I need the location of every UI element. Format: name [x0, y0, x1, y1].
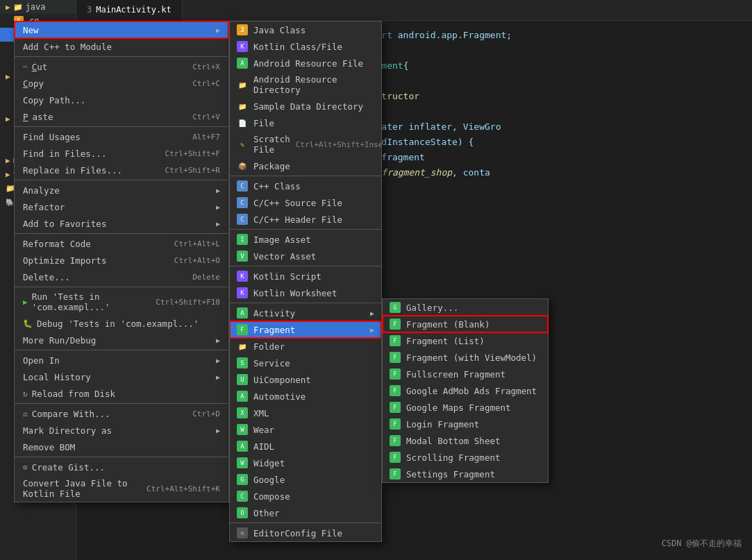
menu-item-open-in[interactable]: Open In ▶: [15, 352, 228, 368]
xml-icon: X: [237, 407, 248, 418]
context-menu-1: New ▶ Add C++ to Module ✂ Cut Ctrl+X Cop…: [14, 21, 229, 502]
gallery-label: Gallery...: [406, 303, 458, 313]
menu-item-find-usages[interactable]: Find Usages Alt+F7: [15, 128, 228, 145]
menu-item-copy-path[interactable]: Copy Path...: [15, 92, 228, 108]
menu-item-fragment-viewmodel[interactable]: F Fragment (with ViewModel): [383, 349, 548, 366]
menu-item-optimize[interactable]: Optimize Imports Ctrl+Alt+O: [15, 252, 228, 269]
menu-item-delete[interactable]: Delete... Delete: [15, 269, 228, 285]
menu-item-paste-label: Paste: [23, 112, 53, 122]
menu-item-vector-asset[interactable]: V Vector Asset: [230, 248, 381, 264]
menu-item-reformat[interactable]: Reformat Code Ctrl+Alt+L: [15, 235, 228, 252]
menu-item-kotlin-worksheet[interactable]: K Kotlin Worksheet: [230, 285, 381, 301]
menu-item-local-history-label: Local History: [23, 372, 91, 382]
menu-item-modal-bottom-sheet[interactable]: F Modal Bottom Sheet: [383, 432, 548, 449]
menu-item-run-tests[interactable]: ▶ Run 'Tests in 'com.exampl...' Ctrl+Shi…: [15, 289, 228, 315]
menu-item-file[interactable]: 📄 File: [230, 114, 381, 131]
wear-label: Wear: [253, 425, 274, 435]
menu-item-image-asset[interactable]: I Image Asset: [230, 231, 381, 248]
fullscreen-fragment-label: Fullscreen Fragment: [406, 369, 505, 380]
activity-label: Activity: [253, 308, 295, 319]
folder-icon2: ▶: [6, 72, 10, 81]
fragment-blank-icon: F: [390, 319, 401, 330]
menu-item-activity[interactable]: A Activity ▶: [230, 305, 381, 321]
menu-item-xml[interactable]: X XML: [230, 405, 381, 421]
folder-icon-va: ▶: [6, 170, 10, 179]
menu-item-add-cpp[interactable]: Add C++ to Module: [15, 38, 228, 55]
menu-item-compare[interactable]: ⚖ Compare With... Ctrl+D: [15, 405, 228, 422]
menu-item-kotlin-script[interactable]: K Kotlin Script: [230, 268, 381, 285]
widget-label: Widget: [253, 458, 285, 468]
menu-item-java-class[interactable]: J Java Class: [230, 22, 381, 38]
settings-fragment-icon: F: [390, 468, 401, 480]
menu-item-wear[interactable]: W Wear: [230, 421, 381, 438]
menu-item-reload[interactable]: ↻ Reload from Disk: [15, 385, 228, 402]
menu-item-convert[interactable]: Convert Java File to Kotlin File Ctrl+Al…: [15, 475, 228, 502]
menu-item-cpp-source[interactable]: C C/C++ Source File: [230, 194, 381, 211]
menu-item-scratch-file[interactable]: ✎ Scratch File Ctrl+Alt+Shift+Insert: [230, 131, 381, 158]
menu-item-fullscreen-fragment[interactable]: F Fullscreen Fragment: [383, 366, 548, 382]
menu-item-compose[interactable]: C Compose: [230, 488, 381, 504]
menu-item-refactor[interactable]: Refactor ▶: [15, 198, 228, 215]
menu-item-find-in-files[interactable]: Find in Files... Ctrl+Shift+F: [15, 145, 228, 162]
menu-item-copy[interactable]: Copy Ctrl+C: [15, 75, 228, 92]
menu-item-add-to-favorites[interactable]: Add to Favorites ▶: [15, 215, 228, 232]
sidebar-item-java[interactable]: ▶ 📁 java: [0, 0, 76, 14]
menu-item-paste[interactable]: Paste Ctrl+V: [15, 108, 228, 125]
menu-item-replace-in-files[interactable]: Replace in Files... Ctrl+Shift+R: [15, 162, 228, 178]
aidl-icon: A: [237, 441, 248, 452]
run-icon: ▶: [23, 298, 28, 307]
code-line-8: 8 savedInstanceState) {: [332, 135, 742, 150]
menu-item-local-history[interactable]: Local History ▶: [15, 368, 228, 385]
analyze-arrow-icon: ▶: [216, 187, 220, 194]
menu-item-create-gist[interactable]: ⊙ Create Gist...: [15, 459, 228, 475]
menu-item-widget[interactable]: W Widget: [230, 455, 381, 471]
menu-item-android-resource-dir[interactable]: 📁 Android Resource Directory: [230, 71, 381, 98]
menu-item-service[interactable]: S Service: [230, 355, 381, 371]
menu-item-login-fragment[interactable]: F Login Fragment: [383, 416, 548, 432]
convert-shortcut: Ctrl+Alt+Shift+K: [147, 484, 220, 493]
menu-item-android-resource-file[interactable]: A Android Resource File: [230, 55, 381, 71]
menu-item-package[interactable]: 📦 Package: [230, 158, 381, 174]
sidebar-item-java-label: java: [26, 2, 46, 12]
menu-item-debug-tests[interactable]: 🐛 Debug 'Tests in 'com.exampl...': [15, 315, 228, 332]
menu-item-mark-dir[interactable]: Mark Directory as ▶: [15, 422, 228, 439]
menu-item-automotive[interactable]: A Automotive: [230, 388, 381, 405]
menu-item-cpp-class[interactable]: C C++ Class: [230, 178, 381, 194]
menu-item-fragment[interactable]: F Fragment ▶: [230, 321, 381, 338]
menu-item-google[interactable]: G Google: [230, 471, 381, 488]
menu-item-optimize-label: Optimize Imports: [23, 255, 106, 266]
gradle-icon: 🐘: [6, 198, 14, 206]
menu-item-reload-label: ↻ Reload from Disk: [23, 389, 115, 399]
menu-item-fragment-list[interactable]: F Fragment (List): [383, 332, 548, 349]
modal-bottom-sheet-icon: F: [390, 435, 401, 446]
menu-item-replace-in-files-label: Replace in Files...: [23, 165, 122, 176]
menu-item-fragment-blank[interactable]: F Fragment (Blank): [383, 316, 548, 332]
menu-item-reformat-label: Reformat Code: [23, 239, 91, 249]
menu-item-gallery[interactable]: G Gallery...: [383, 299, 548, 316]
menu-2-divider-1: [230, 176, 381, 176]
new-arrow-icon: ▶: [216, 26, 220, 34]
cpp-source-icon: C: [237, 197, 248, 208]
menu-item-other[interactable]: O Other: [230, 504, 381, 521]
menu-item-uicomponent[interactable]: U UiComponent: [230, 371, 381, 388]
menu-item-maps-fragment[interactable]: F Google Maps Fragment: [383, 399, 548, 416]
menu-item-more-run[interactable]: More Run/Debug ▶: [15, 332, 228, 348]
menu-item-analyze[interactable]: Analyze ▶: [15, 182, 228, 198]
menu-item-aidl[interactable]: A AIDL: [230, 438, 381, 455]
menu-item-cut[interactable]: ✂ Cut Ctrl+X: [15, 58, 228, 75]
menu-item-editor-config[interactable]: ⚙ EditorConfig File: [230, 525, 381, 541]
menu-item-folder[interactable]: 📁 Folder: [230, 338, 381, 355]
menu-item-new[interactable]: New ▶: [15, 22, 228, 38]
menu-item-cpp-header[interactable]: C C/C++ Header File: [230, 211, 381, 228]
find-usages-shortcut: Alt+F7: [192, 133, 220, 142]
menu-item-admob-fragment[interactable]: F Google AdMob Ads Fragment: [383, 382, 548, 399]
menu-item-kotlin-class[interactable]: K Kotlin Class/File: [230, 38, 381, 55]
menu-item-favorites-label: Add to Favorites: [23, 219, 106, 229]
settings-fragment-label: Settings Fragment: [406, 469, 495, 480]
tab-main[interactable]: 3 MainActivity.kt: [76, 0, 183, 21]
menu-item-scrolling-fragment[interactable]: F Scrolling Fragment: [383, 449, 548, 466]
menu-item-settings-fragment[interactable]: F Settings Fragment: [383, 466, 548, 482]
menu-item-remove-bom[interactable]: Remove BOM: [15, 439, 228, 455]
menu-item-compare-label: ⚖ Compare With...: [23, 409, 110, 419]
menu-item-sample-data-dir[interactable]: 📁 Sample Data Directory: [230, 98, 381, 114]
